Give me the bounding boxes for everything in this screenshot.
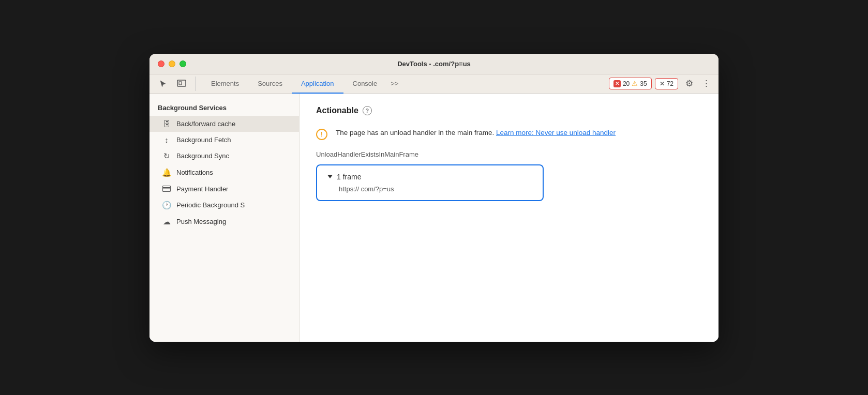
warning-count: 35	[640, 80, 647, 87]
tab-elements[interactable]: Elements	[202, 74, 248, 94]
panel-title: Actionable ?	[316, 106, 702, 115]
svg-rect-3	[162, 187, 171, 189]
frame-box: 1 frame https:// com/?p=us	[316, 164, 544, 201]
arrows-icon: ↕	[162, 135, 171, 144]
traffic-lights	[158, 60, 186, 67]
tab-bar: Elements Sources Application Console >>	[202, 74, 609, 93]
error-badge2[interactable]: ✕ 72	[655, 78, 678, 89]
toolbar-right: ✕ 20 ⚠ 35 ✕ 72 ⚙ ⋮	[609, 76, 712, 92]
sidebar-item-label: Background Fetch	[176, 136, 231, 144]
frame-url: https:// com/?p=us	[327, 185, 532, 193]
warning-link[interactable]: Learn more: Never use unload handler	[496, 129, 616, 136]
settings-button[interactable]: ⚙	[681, 76, 697, 92]
collapse-icon	[327, 175, 333, 178]
frame-header[interactable]: 1 frame	[327, 173, 532, 181]
error-count2: 72	[667, 80, 674, 87]
sidebar-item-label: Notifications	[176, 169, 213, 176]
warning-text: The page has an unload handler in the ma…	[336, 128, 616, 138]
error-icon: ✕	[613, 80, 621, 87]
window-title: DevTools - .com/?p=us	[397, 60, 471, 68]
close-button[interactable]	[158, 60, 164, 67]
titlebar: DevTools - .com/?p=us	[149, 54, 719, 74]
cloud-icon: ☁	[162, 217, 171, 226]
tab-sources[interactable]: Sources	[248, 74, 292, 94]
main-content: Background Services 🗄 Back/forward cache…	[149, 94, 719, 342]
tab-application[interactable]: Application	[292, 74, 343, 94]
bell-icon: 🔔	[162, 168, 171, 177]
sidebar-item-bgfetch[interactable]: ↕ Background Fetch	[149, 132, 299, 148]
warning-icon: ⚠	[632, 80, 638, 87]
frame-count-label: 1 frame	[337, 173, 361, 181]
sidebar-item-backforward[interactable]: 🗄 Back/forward cache	[149, 116, 299, 132]
sidebar-item-label: Back/forward cache	[176, 120, 235, 128]
panel: Actionable ? ! The page has an unload ha…	[300, 94, 719, 342]
sync-icon: ↻	[162, 151, 171, 161]
warning-row: ! The page has an unload handler in the …	[316, 128, 702, 140]
sidebar-item-label: Push Messaging	[176, 218, 226, 225]
svg-rect-2	[163, 186, 171, 191]
error-icon2: ✕	[660, 80, 665, 87]
sidebar-item-label: Background Sync	[176, 152, 229, 160]
sidebar-section-title: Background Services	[149, 102, 299, 116]
database-icon: 🗄	[162, 119, 171, 128]
inspect-icon[interactable]	[174, 77, 189, 91]
tab-more[interactable]: >>	[386, 74, 402, 93]
sidebar-item-bgsync[interactable]: ↻ Background Sync	[149, 148, 299, 164]
warning-message: The page has an unload handler in the ma…	[336, 129, 494, 136]
identifier-text: UnloadHandlerExistsInMainFrame	[316, 150, 702, 158]
warning-circle-icon: !	[316, 129, 327, 140]
clock-icon: 🕐	[162, 201, 171, 210]
sidebar: Background Services 🗄 Back/forward cache…	[149, 94, 300, 342]
help-icon[interactable]: ?	[363, 106, 372, 115]
sidebar-item-label: Payment Handler	[176, 185, 228, 193]
minimize-button[interactable]	[169, 60, 175, 67]
sidebar-item-notifications[interactable]: 🔔 Notifications	[149, 164, 299, 181]
cursor-icon[interactable]	[156, 77, 170, 91]
toolbar: Elements Sources Application Console >> …	[149, 74, 719, 94]
sidebar-item-label: Periodic Background S	[176, 201, 245, 209]
maximize-button[interactable]	[179, 60, 186, 67]
devtools-window: DevTools - .com/?p=us Elements Sources A…	[149, 54, 719, 342]
more-menu-button[interactable]: ⋮	[700, 76, 712, 92]
error-badge[interactable]: ✕ 20 ⚠ 35	[609, 78, 652, 89]
toolbar-icons	[156, 77, 196, 91]
error-count: 20	[623, 80, 630, 87]
svg-rect-1	[179, 82, 182, 85]
sidebar-item-payment[interactable]: Payment Handler	[149, 181, 299, 197]
sidebar-item-periodicbg[interactable]: 🕐 Periodic Background S	[149, 197, 299, 214]
tab-console[interactable]: Console	[343, 74, 387, 94]
card-icon	[162, 185, 171, 193]
panel-title-text: Actionable	[316, 106, 358, 115]
sidebar-item-push[interactable]: ☁ Push Messaging	[149, 214, 299, 230]
